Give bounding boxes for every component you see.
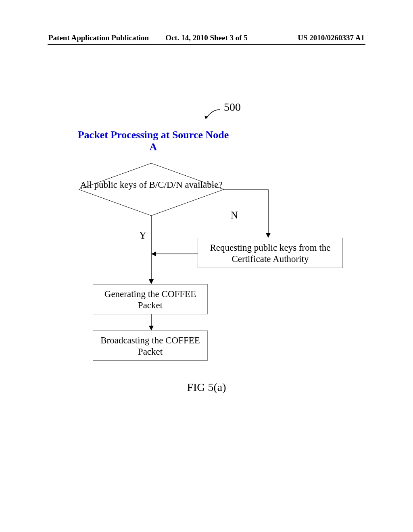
- decision-text: All public keys of B/C/D/N available?: [79, 179, 224, 191]
- reference-number: 500: [224, 101, 241, 114]
- flowchart-diagram: 500 Packet Processing at Source Node A A…: [0, 101, 413, 423]
- svg-marker-8: [149, 326, 154, 330]
- header-pub-number: US 2010/0260337 A1: [259, 33, 365, 42]
- broadcast-node: Broadcasting the COFFEE Packet: [93, 330, 208, 361]
- broadcast-text: Broadcasting the COFFEE Packet: [100, 335, 200, 357]
- arrow-generate-to-broadcast: [148, 314, 154, 332]
- svg-marker-2: [266, 233, 271, 238]
- header-date-sheet: Oct. 14, 2010 Sheet 3 of 5: [154, 33, 259, 42]
- header-divider: [48, 44, 365, 45]
- arrow-decision-to-request: [224, 189, 272, 240]
- request-text: Requesting public keys from the Certific…: [210, 243, 331, 264]
- header-publication: Patent Application Publication: [48, 33, 154, 42]
- svg-marker-6: [151, 251, 156, 256]
- edge-label-yes: Y: [139, 230, 146, 241]
- reference-arrow-icon: [204, 109, 222, 121]
- decision-node: All public keys of B/C/D/N available?: [79, 163, 224, 216]
- request-node: Requesting public keys from the Certific…: [198, 238, 343, 268]
- generate-node: Generating the COFFEE Packet: [93, 284, 208, 314]
- generate-text: Generating the COFFEE Packet: [104, 289, 196, 310]
- svg-marker-4: [149, 279, 154, 284]
- arrow-request-to-generate: [151, 251, 200, 257]
- flowchart-title: Packet Processing at Source Node A: [77, 129, 230, 153]
- figure-caption: FIG 5(a): [0, 381, 413, 394]
- page-header: Patent Application Publication Oct. 14, …: [0, 33, 413, 42]
